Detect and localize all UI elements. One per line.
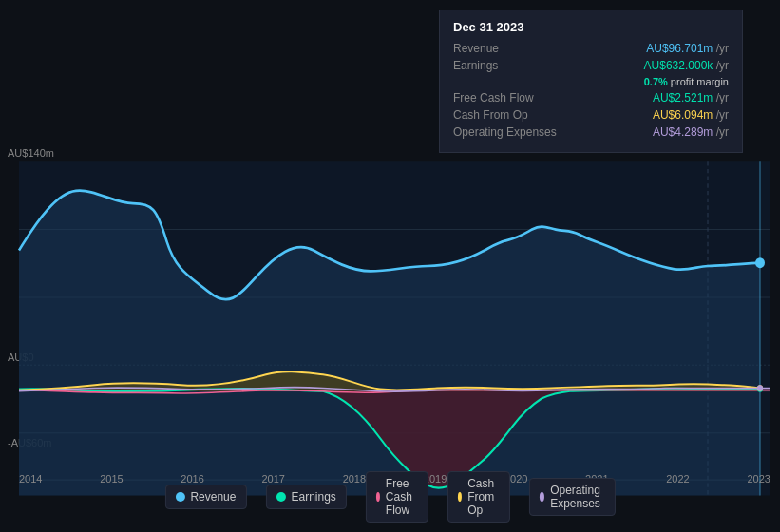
x-label-2015: 2015	[100, 473, 123, 484]
legend-dot-fcf	[376, 492, 380, 502]
tooltip-row-opex: Operating Expenses AU$4.289m /yr	[453, 125, 729, 139]
tooltip-value-fcf: AU$2.521m /yr	[653, 91, 729, 104]
tooltip-label-cashfromop: Cash From Op	[453, 108, 577, 122]
tooltip-value-earnings: AU$632.000k /yr	[644, 59, 729, 72]
legend-dot-cashfromop	[458, 492, 462, 502]
legend-label-fcf: Free Cash Flow	[386, 477, 418, 517]
tooltip-label-earnings: Earnings	[453, 59, 577, 72]
tooltip-label-fcf: Free Cash Flow	[453, 91, 577, 104]
legend-label-cashfromop: Cash From Op	[467, 477, 500, 517]
tooltip-box: Dec 31 2023 Revenue AU$96.701m /yr Earni…	[439, 10, 743, 153]
legend-revenue[interactable]: Revenue	[164, 484, 246, 509]
tooltip-row-cashfromop: Cash From Op AU$6.094m /yr	[453, 108, 729, 122]
svg-point-12	[757, 385, 763, 391]
legend-label-earnings: Earnings	[291, 490, 335, 504]
legend-cashfromop[interactable]: Cash From Op	[447, 471, 510, 522]
x-label-2023: 2023	[747, 473, 770, 484]
tooltip-value-cashfromop: AU$6.094m /yr	[653, 108, 729, 122]
tooltip-row-fcf: Free Cash Flow AU$2.521m /yr	[453, 91, 729, 104]
tooltip-label-opex: Operating Expenses	[453, 125, 577, 139]
legend-dot-revenue	[175, 492, 184, 502]
tooltip-row-earnings: Earnings AU$632.000k /yr	[453, 59, 729, 72]
x-label-2014: 2014	[19, 473, 42, 484]
tooltip-label-revenue: Revenue	[453, 42, 577, 55]
tooltip-row-revenue: Revenue AU$96.701m /yr	[453, 42, 729, 55]
legend-label-opex: Operating Expenses	[550, 484, 604, 510]
tooltip-value-revenue: AU$96.701m /yr	[646, 42, 729, 55]
legend-label-revenue: Revenue	[190, 490, 236, 504]
svg-point-9	[755, 257, 765, 268]
legend-dot-opex	[540, 492, 544, 502]
tooltip-date: Dec 31 2023	[453, 20, 729, 34]
legend-dot-earnings	[276, 492, 285, 502]
tooltip-value-opex: AU$4.289m /yr	[653, 125, 729, 139]
chart-legend: Revenue Earnings Free Cash Flow Cash Fro…	[164, 471, 615, 522]
legend-opex[interactable]: Operating Expenses	[529, 478, 616, 516]
tooltip-row-profit-margin: 0.7% profit margin	[453, 76, 729, 87]
legend-fcf[interactable]: Free Cash Flow	[366, 471, 428, 522]
x-label-2022: 2022	[666, 473, 689, 484]
legend-earnings[interactable]: Earnings	[265, 484, 346, 509]
tooltip-profit-margin: 0.7% profit margin	[644, 76, 729, 87]
chart-container: Dec 31 2023 Revenue AU$96.701m /yr Earni…	[0, 0, 780, 532]
